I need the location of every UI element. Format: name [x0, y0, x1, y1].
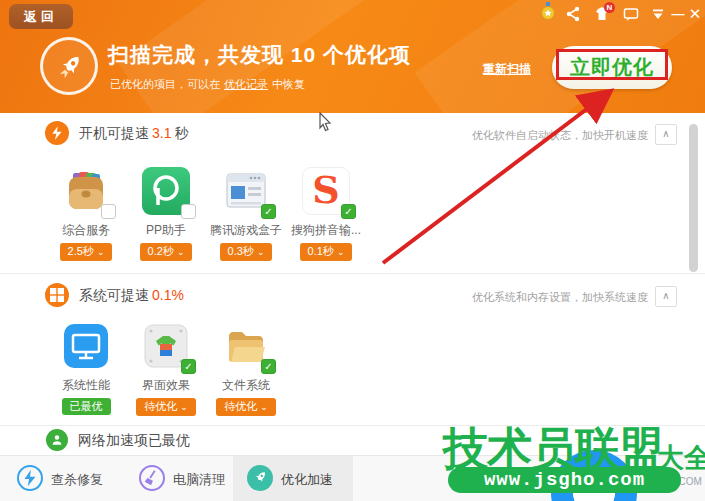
boot-unit: 秒: [174, 125, 188, 141]
time-badge[interactable]: 0.1秒⌄: [300, 243, 353, 261]
wallet-icon: [62, 167, 110, 215]
watermark-title: 技术员联盟: [443, 426, 663, 471]
badge-text: 待优化: [144, 400, 177, 412]
status-badge-pending[interactable]: 待优化⌄: [136, 398, 196, 416]
app-item-sogou-pinyin[interactable]: S ✓ 搜狗拼音输... 0.1秒⌄: [286, 167, 366, 261]
badge-dropdown-icon: ⌄: [177, 247, 185, 257]
broom-icon: [139, 465, 165, 491]
app-item-tencent-gamebox[interactable]: ✓ 腾讯游戏盒子 0.3秒⌄: [206, 167, 286, 261]
badge-text: 待优化: [224, 400, 257, 412]
hero-header: 返回 N: [0, 0, 705, 113]
rocket-icon: [40, 37, 98, 95]
status-badge-pending[interactable]: 待优化⌄: [216, 398, 276, 416]
boot-value: 3.1: [152, 125, 171, 141]
badge-dropdown-icon: ⌄: [260, 402, 268, 412]
lightning-icon: [45, 121, 69, 145]
checkbox-checked[interactable]: ✓: [181, 359, 196, 374]
badge-text: 2.5秒: [68, 245, 94, 257]
app-label: PP助手: [126, 222, 206, 239]
folder-icon: ✓: [222, 322, 270, 370]
app-label: 界面效果: [126, 377, 206, 394]
optimizer-window: 返回 N: [0, 0, 705, 501]
time-badge[interactable]: 0.3秒⌄: [220, 243, 273, 261]
app-item-pp-zhushou[interactable]: PP助手 0.2秒⌄: [126, 167, 206, 261]
checkbox-unchecked[interactable]: [101, 204, 116, 219]
system-section-hint: 优化系统和内存设置，加快系统速度: [472, 290, 648, 305]
badge-text: 0.3秒: [228, 245, 254, 257]
rocket-tab-icon: [247, 465, 273, 491]
system-section-title: 系统可提速0.1%: [79, 287, 187, 305]
boot-title-text: 开机可提速: [79, 125, 149, 141]
scrollbar-thumb[interactable]: [689, 124, 698, 272]
subtitle-prefix: 已优化的项目，可以在: [110, 78, 220, 90]
feedback-icon[interactable]: [623, 6, 641, 22]
tab-scan-repair[interactable]: 查杀修复: [0, 456, 116, 501]
network-section-title: 网络加速项已最优: [78, 432, 190, 450]
app-label: 系统性能: [46, 377, 126, 394]
optimize-now-button[interactable]: 立即优化: [552, 46, 672, 89]
ui-effects-icon: ✓: [142, 322, 190, 370]
optimize-history-link[interactable]: 优化记录: [224, 78, 268, 90]
badge-dropdown-icon: ⌄: [180, 402, 188, 412]
checkbox-unchecked[interactable]: [181, 204, 196, 219]
app-item-zonghefuwu[interactable]: 综合服务 2.5秒⌄: [46, 167, 126, 261]
badge-dropdown-icon: ⌄: [97, 247, 105, 257]
sogou-icon: S ✓: [302, 167, 350, 215]
scan-result-title: 扫描完成，共发现 10 个优化项: [108, 41, 411, 69]
badge-dropdown-icon: ⌄: [257, 247, 265, 257]
checkbox-checked[interactable]: ✓: [341, 204, 356, 219]
tab-label: 电脑清理: [173, 471, 225, 489]
tab-optimize-speedup[interactable]: 优化加速: [233, 456, 353, 501]
close-icon[interactable]: ✕: [686, 6, 704, 22]
status-badge-optimal: 已最优: [62, 398, 111, 415]
back-button[interactable]: 返回: [9, 4, 73, 29]
game-box-icon: ✓: [222, 167, 270, 215]
badge-text: 0.2秒: [148, 245, 174, 257]
app-item-system-performance[interactable]: 系统性能 已最优: [46, 322, 126, 415]
system-collapse-button[interactable]: ∧: [655, 286, 677, 307]
minimize-icon[interactable]: —: [669, 6, 687, 22]
app-item-ui-effects[interactable]: ✓ 界面效果 待优化⌄: [126, 322, 206, 416]
subtitle-suffix: 中恢复: [272, 78, 305, 90]
app-label: 搜狗拼音输...: [286, 222, 366, 239]
rescan-link[interactable]: 重新扫描: [483, 61, 531, 78]
app-item-file-system[interactable]: ✓ 文件系统 待优化⌄: [206, 322, 286, 416]
badge-dropdown-icon: ⌄: [337, 247, 345, 257]
scan-result-subtitle: 已优化的项目，可以在优化记录中恢复: [110, 77, 305, 92]
tab-pc-cleanup[interactable]: 电脑清理: [116, 456, 233, 501]
checkbox-checked[interactable]: ✓: [261, 204, 276, 219]
tab-label: 查杀修复: [51, 471, 103, 489]
watermark-url: www.jsgho.com: [448, 467, 681, 493]
windows-grid-icon: [45, 283, 69, 307]
monitor-icon: [62, 322, 110, 370]
app-label: 综合服务: [46, 222, 126, 239]
network-user-icon: [46, 429, 68, 451]
system-title-text: 系统可提速: [79, 287, 149, 303]
boot-collapse-button[interactable]: ∧: [655, 124, 677, 145]
boot-section-hint: 优化软件自启动状态，加快开机速度: [472, 128, 648, 143]
pp-assistant-icon: [142, 167, 190, 215]
boot-section-title: 开机可提速3.1秒: [79, 125, 188, 143]
content-area: 开机可提速3.1秒 优化软件自启动状态，加快开机速度 ∧ 综合服务 2.5秒⌄: [0, 113, 705, 455]
system-value: 0.1%: [152, 287, 184, 303]
app-label: 文件系统: [206, 377, 286, 394]
tab-label: 优化加速: [281, 471, 333, 489]
menu-caret-icon[interactable]: [650, 6, 668, 22]
badge-text: 0.1秒: [308, 245, 334, 257]
checkbox-checked[interactable]: ✓: [261, 359, 276, 374]
section-divider: [0, 273, 705, 274]
time-badge[interactable]: 2.5秒⌄: [60, 243, 113, 261]
medal-icon[interactable]: [539, 2, 557, 18]
gift-icon[interactable]: N: [594, 6, 612, 22]
badge-text: 已最优: [70, 400, 103, 412]
share-icon[interactable]: [565, 6, 583, 22]
notification-badge: N: [604, 2, 615, 13]
repair-lightning-icon: [17, 465, 43, 491]
app-label: 腾讯游戏盒子: [206, 222, 286, 239]
time-badge[interactable]: 0.2秒⌄: [140, 243, 193, 261]
